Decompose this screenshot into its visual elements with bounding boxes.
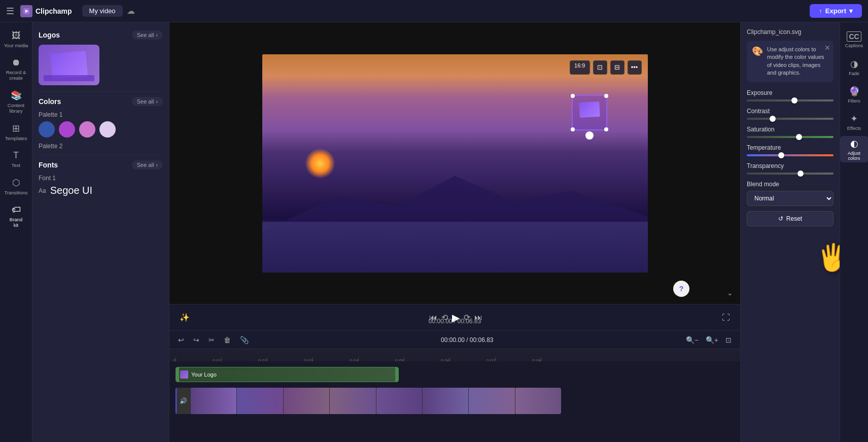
effects-icon-item[interactable]: ✦ Effects bbox=[840, 109, 869, 135]
captions-icon-item[interactable]: CC Captions bbox=[840, 26, 869, 53]
playhead[interactable] bbox=[176, 388, 177, 414]
exposure-section: Exposure bbox=[747, 89, 834, 101]
adjust-colors-icon: ◐ bbox=[850, 138, 858, 149]
exposure-label: Exposure bbox=[747, 89, 834, 96]
sidebar-item-transitions[interactable]: ⬡ Transitions bbox=[1, 173, 31, 199]
undo-button[interactable]: ↩ bbox=[176, 334, 187, 346]
captions-icon: CC bbox=[847, 31, 861, 42]
time-display: 00:00.00 / 00:06.83 bbox=[429, 318, 481, 325]
sidebar-item-templates[interactable]: ⊞ Templates bbox=[1, 119, 31, 145]
contrast-slider[interactable] bbox=[747, 118, 834, 120]
exposure-slider[interactable] bbox=[747, 99, 834, 101]
left-sidebar: 🖼 Your media ⏺ Record & create 📚 Content… bbox=[0, 22, 32, 442]
water bbox=[262, 222, 648, 273]
logo-thumbnail[interactable] bbox=[39, 45, 99, 85]
hand-cursor-icon: 🖐 bbox=[817, 243, 840, 272]
logo-track-clip[interactable]: Your Logo bbox=[176, 367, 399, 382]
ruler-marks: 0 0:01 0:02 0:03 bbox=[176, 349, 740, 361]
font-1-label: Font 1 bbox=[39, 175, 163, 182]
app-logo: Clipchamp bbox=[20, 5, 72, 17]
fonts-title: Fonts bbox=[39, 161, 58, 169]
filters-icon: 🔮 bbox=[849, 86, 860, 97]
handle-tl[interactable] bbox=[571, 94, 575, 98]
see-all-logos-button[interactable]: See all › bbox=[132, 30, 163, 40]
delete-button[interactable]: 🗑 bbox=[221, 334, 233, 346]
crop-icon-btn[interactable]: ⊡ bbox=[593, 60, 607, 75]
saturation-slider[interactable] bbox=[747, 136, 834, 138]
chevron-right-icon: › bbox=[156, 32, 158, 38]
transparency-thumb[interactable] bbox=[797, 171, 804, 177]
rotate-handle[interactable]: ↻ bbox=[585, 131, 594, 140]
color-dot-3[interactable] bbox=[79, 121, 95, 138]
exposure-thumb[interactable] bbox=[791, 97, 797, 104]
record-icon: ⏺ bbox=[12, 57, 21, 68]
help-button[interactable]: ? bbox=[673, 281, 689, 297]
palette-1-label: Palette 1 bbox=[39, 111, 163, 118]
sidebar-item-label: Text bbox=[12, 162, 20, 168]
palette-2-label: Palette 2 bbox=[39, 143, 163, 150]
fonts-section: Font 1 Aa Segoe UI bbox=[39, 175, 163, 196]
topbar: ☰ Clipchamp My video ☁ ↑ Export ▾ bbox=[0, 0, 868, 22]
contrast-thumb[interactable] bbox=[770, 116, 776, 122]
logo-overlay[interactable]: ↻ bbox=[572, 95, 607, 130]
video-track-clip[interactable]: 🔊 bbox=[176, 388, 561, 414]
zoom-out-button[interactable]: 🔍− bbox=[683, 334, 701, 346]
panel-collapse-icon[interactable]: ⌄ bbox=[727, 289, 733, 297]
logo-track-left-handle[interactable] bbox=[176, 367, 179, 382]
fit-button[interactable]: ⊡ bbox=[723, 334, 734, 346]
saturation-thumb[interactable] bbox=[796, 134, 802, 140]
add-media-button[interactable]: 📎 bbox=[237, 334, 251, 346]
see-all-fonts-button[interactable]: See all › bbox=[132, 160, 163, 169]
chevron-right-icon: › bbox=[156, 98, 158, 105]
track-container: Your Logo 🔊 bbox=[169, 365, 740, 415]
handle-br[interactable] bbox=[604, 127, 608, 131]
current-tab[interactable]: My video bbox=[82, 5, 123, 17]
sidebar-item-your-media[interactable]: 🖼 Your media bbox=[1, 26, 31, 52]
sidebar-item-brand[interactable]: 🏷 Brand kit bbox=[1, 200, 31, 232]
transparency-slider[interactable] bbox=[747, 173, 834, 175]
cursor-hand-overlay: 🖐 1 bbox=[817, 242, 840, 273]
center-area: ↻ 16:9 ⊡ ⊟ ••• ? ⌄ ✨ ⏮ ⟲ bbox=[169, 22, 740, 442]
pip-icon-btn[interactable]: ⊟ bbox=[610, 60, 624, 75]
handle-tr[interactable] bbox=[604, 94, 608, 98]
sidebar-item-text[interactable]: T Text bbox=[1, 146, 31, 172]
ruler-mark-3: 0:03 bbox=[313, 357, 313, 361]
see-all-colors-button[interactable]: See all › bbox=[132, 97, 163, 106]
handle-bl[interactable] bbox=[571, 127, 575, 131]
transparency-section: Transparency bbox=[747, 162, 834, 175]
export-button[interactable]: ↑ Export ▾ bbox=[810, 4, 862, 18]
fullscreen-button[interactable]: ⛶ bbox=[720, 311, 732, 324]
more-icon-btn[interactable]: ••• bbox=[628, 60, 642, 75]
sidebar-item-content-library[interactable]: 📚 Content library bbox=[1, 86, 31, 118]
cut-button[interactable]: ✂ bbox=[206, 334, 217, 346]
sidebar-item-record[interactable]: ⏺ Record & create bbox=[1, 53, 31, 85]
logo-track-right-handle[interactable] bbox=[395, 367, 398, 382]
zoom-in-button[interactable]: 🔍+ bbox=[703, 334, 721, 346]
adjust-colors-icon-item[interactable]: ◐ Adjust colors bbox=[840, 136, 869, 162]
redo-button[interactable]: ↪ bbox=[191, 334, 202, 346]
color-dot-1[interactable] bbox=[39, 121, 55, 138]
sidebar-item-label: Your media bbox=[4, 43, 28, 48]
saturation-section: Saturation bbox=[747, 126, 834, 138]
color-dot-4[interactable] bbox=[99, 121, 116, 138]
reset-button[interactable]: ↺ Reset bbox=[747, 211, 834, 226]
fade-icon: ◑ bbox=[850, 58, 858, 70]
fade-icon-item[interactable]: ◑ Fade bbox=[840, 54, 869, 80]
menu-icon[interactable]: ☰ bbox=[6, 6, 14, 17]
aspect-ratio-display[interactable]: 16:9 bbox=[570, 60, 589, 75]
video-thumb-6 bbox=[423, 388, 468, 414]
video-canvas: ↻ 16:9 ⊡ ⊟ ••• bbox=[262, 54, 648, 273]
ruler-mark-0: 0 bbox=[176, 357, 176, 361]
temperature-slider[interactable] bbox=[747, 154, 834, 156]
magic-edit-button[interactable]: ✨ bbox=[178, 311, 192, 324]
tip-close-button[interactable]: ✕ bbox=[824, 44, 830, 52]
logos-title: Logos bbox=[39, 31, 60, 39]
reset-icon: ↺ bbox=[778, 215, 783, 222]
color-dot-2[interactable] bbox=[59, 121, 75, 138]
divider-1 bbox=[39, 91, 163, 92]
blend-mode-select[interactable]: Normal Multiply Screen Overlay bbox=[747, 191, 834, 206]
filters-icon-item[interactable]: 🔮 Filters bbox=[840, 81, 869, 108]
blend-mode-label: Blend mode bbox=[747, 181, 834, 188]
video-thumb-2 bbox=[237, 388, 283, 414]
temperature-thumb[interactable] bbox=[778, 152, 784, 158]
